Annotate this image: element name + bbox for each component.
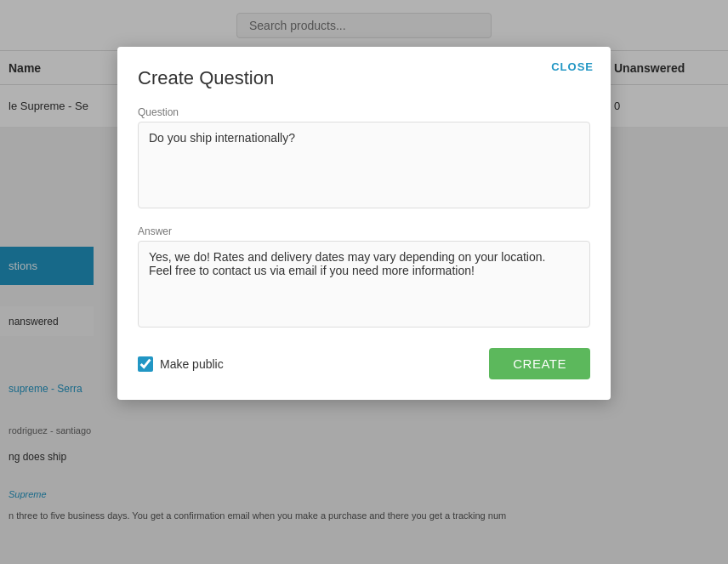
make-public-group: Make public: [138, 356, 224, 372]
close-button[interactable]: CLOSE: [551, 60, 594, 73]
answer-textarea[interactable]: [138, 241, 590, 328]
modal-title: Create Question: [138, 67, 590, 89]
answer-field-group: Answer: [138, 225, 590, 331]
make-public-checkbox[interactable]: [138, 356, 153, 372]
modal-overlay: CLOSE Create Question Question Answer Ma…: [0, 0, 728, 564]
make-public-label: Make public: [160, 357, 224, 371]
create-question-modal: CLOSE Create Question Question Answer Ma…: [117, 47, 611, 400]
question-field-group: Question: [138, 106, 590, 212]
modal-footer: Make public CREATE: [138, 348, 590, 379]
create-button[interactable]: CREATE: [489, 348, 590, 379]
question-label: Question: [138, 106, 590, 118]
question-textarea[interactable]: [138, 122, 590, 208]
answer-label: Answer: [138, 225, 590, 237]
